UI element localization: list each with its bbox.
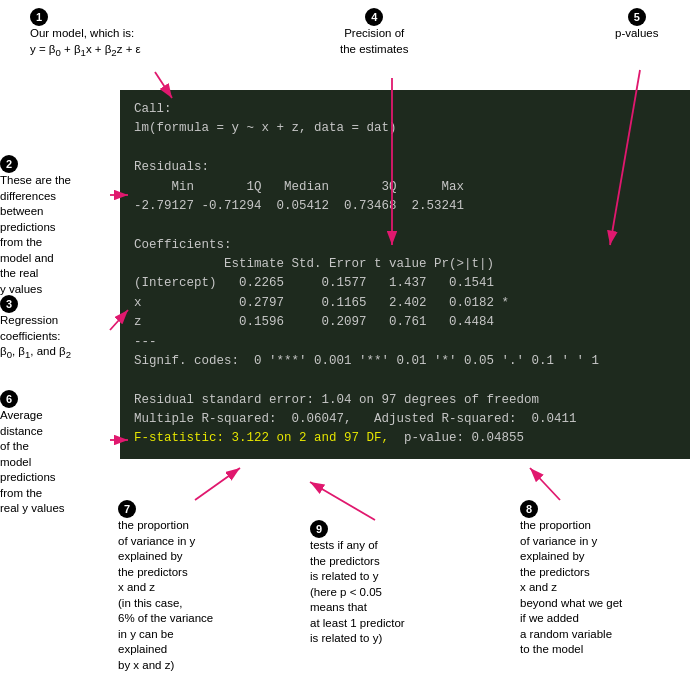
console-line xyxy=(134,371,676,390)
console-line: Residuals: xyxy=(134,158,676,177)
annotation-2: 2 These are thedifferencesbetweenpredict… xyxy=(0,155,110,297)
circle-7: 7 xyxy=(118,500,136,518)
circle-3: 3 xyxy=(0,295,18,313)
console-line: z 0.1596 0.2097 0.761 0.4484 xyxy=(134,313,676,332)
annotation-9: 9 tests if any ofthe predictorsis relate… xyxy=(310,520,485,647)
svg-line-9 xyxy=(310,482,375,520)
console-line: F-statistic: 3.122 on 2 and 97 DF, p-val… xyxy=(134,429,676,448)
console-line: lm(formula = y ~ x + z, data = dat) xyxy=(134,119,676,138)
console-line: Signif. codes: 0 '***' 0.001 '**' 0.01 '… xyxy=(134,352,676,371)
console-line: Residual standard error: 1.04 on 97 degr… xyxy=(134,391,676,410)
console-line xyxy=(134,139,676,158)
annotation-1: 1 Our model, which is: y = β0 + β1x + β2… xyxy=(30,8,141,60)
circle-6: 6 xyxy=(0,390,18,408)
console-line: (Intercept) 0.2265 0.1577 1.437 0.1541 xyxy=(134,274,676,293)
circle-8: 8 xyxy=(520,500,538,518)
console-output: Call: lm(formula = y ~ x + z, data = dat… xyxy=(120,90,690,459)
svg-line-8 xyxy=(530,468,560,500)
console-line: Estimate Std. Error t value Pr(>|t|) xyxy=(134,255,676,274)
console-line: Coefficients: xyxy=(134,236,676,255)
circle-2: 2 xyxy=(0,155,18,173)
console-line: Call: xyxy=(134,100,676,119)
annotation-3: 3 Regressioncoefficients:β0, β1, and β2 xyxy=(0,295,115,362)
console-line: Min 1Q Median 3Q Max xyxy=(134,178,676,197)
console-line: Multiple R-squared: 0.06047, Adjusted R-… xyxy=(134,410,676,429)
annotation-8: 8 the proportionof variance in yexplaine… xyxy=(520,500,695,658)
annotation-5: 5 p-values xyxy=(615,8,658,42)
annotation-4: 4 Precision ofthe estimates xyxy=(340,8,408,57)
console-line: x 0.2797 0.1165 2.402 0.0182 * xyxy=(134,294,676,313)
console-line: --- xyxy=(134,333,676,352)
circle-9: 9 xyxy=(310,520,328,538)
annotation-6: 6 Averagedistanceof themodelpredictionsf… xyxy=(0,390,115,517)
console-line xyxy=(134,216,676,235)
svg-line-7 xyxy=(195,468,240,500)
circle-4: 4 xyxy=(365,8,383,26)
circle-5: 5 xyxy=(628,8,646,26)
console-line: -2.79127 -0.71294 0.05412 0.73468 2.5324… xyxy=(134,197,676,216)
circle-1: 1 xyxy=(30,8,48,26)
annotation-7: 7 the proportionof variance in yexplaine… xyxy=(118,500,273,673)
